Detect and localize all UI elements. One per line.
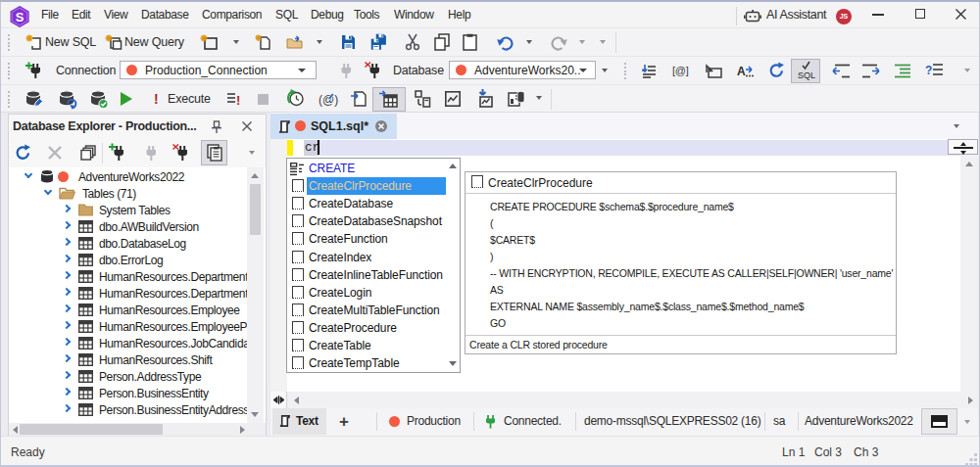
svg-text:SQL: SQL — [798, 70, 815, 80]
svg-text:!: ! — [236, 93, 240, 108]
svg-text:S: S — [16, 10, 24, 24]
svg-text:?: ? — [925, 64, 932, 77]
svg-text:A: A — [737, 65, 746, 78]
